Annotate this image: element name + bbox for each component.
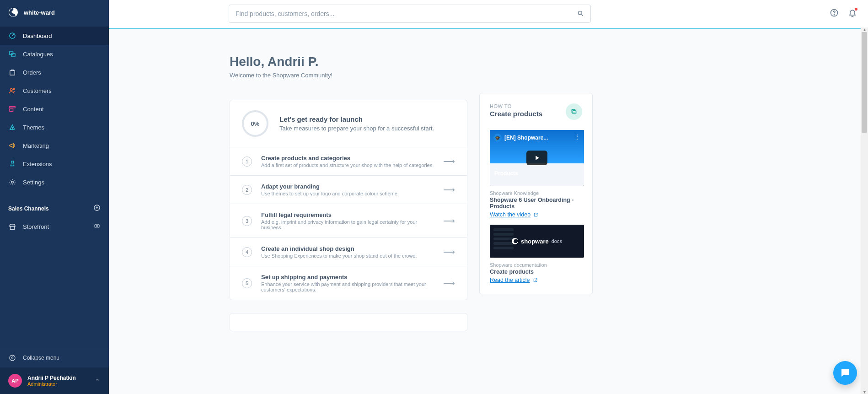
svg-point-10	[11, 181, 14, 184]
help-icon	[830, 8, 839, 17]
step-title: Set up shipping and payments	[261, 274, 434, 281]
extensions-icon	[8, 160, 16, 168]
launch-header: 0% Let's get ready for launch Take measu…	[230, 100, 467, 147]
knowledge-title: Shopware 6 User Onboarding - Products	[490, 197, 582, 210]
svg-point-14	[10, 355, 15, 361]
nav-content[interactable]: Content	[0, 100, 109, 118]
nav-label: Extensions	[23, 161, 52, 167]
nav-extensions[interactable]: Extensions	[0, 155, 109, 173]
sales-channels-header: Sales Channels	[0, 200, 109, 218]
arrow-right-icon: ⟶	[443, 216, 455, 226]
external-link-icon	[533, 212, 538, 217]
nav-label: Catalogues	[23, 51, 53, 58]
arrow-right-icon: ⟶	[443, 247, 455, 257]
chat-button[interactable]	[833, 361, 857, 385]
topbar-actions	[830, 8, 857, 19]
svg-point-17	[834, 15, 834, 15]
read-article-link[interactable]: Read the article	[490, 277, 538, 283]
svg-point-5	[11, 89, 13, 91]
knowledge-label: Shopware Knowledge	[490, 190, 582, 196]
svg-rect-7	[10, 107, 15, 108]
nav-marketing[interactable]: Marketing	[0, 136, 109, 155]
chevron-up-icon	[94, 377, 101, 385]
dashboard-icon	[8, 32, 16, 40]
step-shipping[interactable]: 5 Set up shipping and paymentsEnhance yo…	[230, 266, 467, 300]
sales-channels-title: Sales Channels	[8, 205, 49, 212]
arrow-right-icon: ⟶	[443, 185, 455, 195]
step-number: 4	[242, 247, 252, 257]
search-field[interactable]	[229, 5, 591, 23]
content-icon	[8, 105, 16, 113]
brand: white-ward	[0, 0, 109, 25]
docs-thumbnail[interactable]: shopwaredocs	[490, 225, 584, 258]
nav-settings[interactable]: Settings	[0, 173, 109, 191]
user-menu[interactable]: AP Andrii P Pechatkin Administrator	[0, 367, 109, 394]
scrollbar[interactable]: ▴ ▾	[861, 27, 868, 394]
search-button[interactable]	[577, 10, 584, 18]
topbar	[109, 0, 868, 28]
sidebar: white-ward Dashboard Catalogues Orders C…	[0, 0, 109, 394]
next-card	[230, 313, 467, 331]
page-subtitle: Welcome to the Shopware Community!	[230, 72, 467, 79]
arrow-right-icon: ⟶	[443, 278, 455, 288]
avatar: AP	[8, 374, 22, 388]
step-title: Create an individual shop design	[261, 245, 417, 252]
scroll-thumb[interactable]	[862, 32, 867, 133]
help-button[interactable]	[830, 8, 839, 19]
nav-label: Customers	[23, 87, 52, 94]
page-title: Hello, Andrii P.	[230, 54, 467, 69]
nav-label: Dashboard	[23, 32, 52, 39]
nav-label: Orders	[23, 69, 41, 76]
nav-orders[interactable]: Orders	[0, 63, 109, 81]
docs-title: Create products	[490, 269, 582, 275]
step-desc: Use Shopping Experiences to make your sh…	[261, 253, 417, 259]
nav-customers[interactable]: Customers	[0, 81, 109, 100]
docs-label: Shopware documentation	[490, 262, 582, 268]
search-input[interactable]	[236, 10, 577, 17]
svg-point-6	[13, 89, 15, 90]
play-button[interactable]	[526, 151, 547, 165]
step-number: 1	[242, 157, 252, 167]
video-thumbnail[interactable]: 🎓 [EN] Shopware... ⋮ Products	[490, 130, 584, 186]
arrow-right-icon: ⟶	[443, 157, 455, 167]
svg-point-13	[96, 225, 97, 227]
step-desc: Enhance your service with payment and sh…	[261, 281, 434, 292]
svg-rect-18	[573, 110, 576, 113]
scroll-down-icon[interactable]: ▾	[861, 389, 868, 394]
collapse-menu[interactable]: Collapse menu	[0, 348, 109, 367]
notifications-button[interactable]	[848, 8, 857, 19]
step-adapt-branding[interactable]: 2 Adapt your brandingUse themes to set u…	[230, 175, 467, 204]
catalogues-icon	[8, 50, 16, 58]
nav-dashboard[interactable]: Dashboard	[0, 27, 109, 45]
nav-catalogues[interactable]: Catalogues	[0, 45, 109, 63]
video-overlay-title: [EN] Shopware...	[504, 135, 548, 141]
external-link-icon	[533, 278, 538, 283]
user-name: Andrii P Pechatkin	[27, 375, 76, 381]
search-icon	[577, 10, 584, 17]
nav-label: Themes	[23, 124, 44, 131]
scroll-up-icon[interactable]: ▴	[861, 27, 868, 32]
nav-label: Settings	[23, 179, 44, 186]
step-desc: Add e.g. imprint and privacy information…	[261, 219, 434, 230]
user-role: Administrator	[27, 381, 76, 387]
step-legal[interactable]: 3 Fulfill legal requirementsAdd e.g. imp…	[230, 204, 467, 237]
nav-themes[interactable]: Themes	[0, 118, 109, 136]
settings-icon	[8, 178, 16, 186]
add-channel-button[interactable]	[93, 204, 101, 213]
loading-bar	[109, 28, 868, 29]
step-design[interactable]: 4 Create an individual shop designUse Sh…	[230, 237, 467, 266]
step-create-products[interactable]: 1 Create products and categoriesAdd a fi…	[230, 147, 467, 175]
storefront-icon	[8, 223, 16, 231]
step-title: Adapt your branding	[261, 183, 399, 190]
channel-storefront[interactable]: Storefront	[0, 218, 109, 236]
step-number: 2	[242, 185, 252, 195]
main: Hello, Andrii P. Welcome to the Shopware…	[109, 0, 868, 394]
howto-title: Create products	[490, 110, 542, 118]
video-menu-icon[interactable]: ⋮	[574, 134, 580, 140]
howto-label: HOW TO	[490, 103, 542, 109]
brand-name: white-ward	[24, 9, 55, 16]
themes-icon	[8, 123, 16, 131]
eye-icon[interactable]	[93, 222, 101, 231]
watch-video-link[interactable]: Watch the video	[490, 211, 538, 218]
customers-icon	[8, 86, 16, 95]
